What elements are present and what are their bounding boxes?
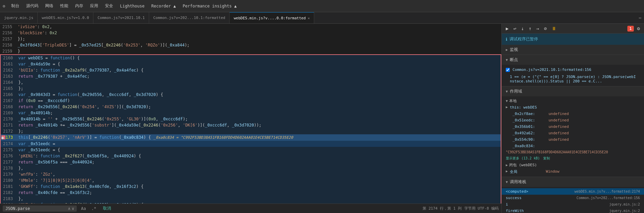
var-name: _0x554c90: <box>513 137 547 142</box>
call-stack-body: <computed> webDES.min.js?v...formatted:2… <box>502 187 644 213</box>
line-content: return _0x5b6f5a === _0x440924; <box>17 159 501 165</box>
line-content: 'pKENi': function _0x2f627(_0x5b6f5a, _0… <box>17 153 501 159</box>
call-stack-computed[interactable]: <computed> webDES.min.js?v...formatted:2… <box>502 188 644 195</box>
line-number: 2166 <box>1 92 17 98</box>
debug-toolbar: ▶ ↩ ↓ ↑ → ⊘ ⏸ 1 ⚙ <box>502 24 644 34</box>
breakpoints-section-header[interactable]: ▼ 断点 <box>502 55 644 65</box>
line-number: 2171 <box>1 122 17 128</box>
tab-jquery[interactable]: jquery.min.js <box>0 12 38 23</box>
code-line-2178: 2178 }, <box>1 165 501 171</box>
line-content: }; <box>17 128 501 134</box>
tab-label: jquery.min.js <box>4 16 33 20</box>
watch-section-header[interactable]: ▶ 监视 <box>502 45 644 55</box>
nav-performance-insights[interactable]: Performance insights ▲ <box>179 2 240 10</box>
tab-action-icon[interactable]: ⋯ <box>639 16 641 20</box>
tab-label: webDES.min.js?v=1.0.0 <box>42 16 89 20</box>
nav-recorder[interactable]: Recorder ▲ <box>148 2 179 10</box>
scope-section: ▼ 作用域 ▼ 本地 ▶ this: webDES _0x2cf8 <box>502 86 644 177</box>
code-line-2177: 2177 return _0x5b6f5a === _0x440924; <box>1 159 501 165</box>
encoding-info: 字节用 UTF-8 编码 <box>464 206 499 211</box>
step-over-button[interactable]: ↩ <box>512 25 517 32</box>
line-number: 2155 <box>0 24 16 30</box>
tab-webdes[interactable]: webDES.min.js?v=1.0.0 <box>38 12 93 23</box>
code-line-2161: 2161 var _0x4da59e = { <box>1 61 501 67</box>
chevron-right-icon: ▶ <box>506 163 508 167</box>
tab-close-icon[interactable]: ✕ <box>308 16 310 20</box>
var-a0c834: _0xa0c834: "C992F53BD38A51FB168FDD4D602A… <box>502 143 644 162</box>
code-line-2162: 2162 'bUIIa': function _0x2a2af9(_0x7793… <box>1 67 501 73</box>
line-content: var _0x9843d3 = function(_0x29d556, _0xc… <box>17 92 501 98</box>
pause-button[interactable]: ⏸ <box>550 25 558 32</box>
line-content: }, <box>17 165 501 171</box>
expand-icon[interactable]: ▶ <box>506 169 508 173</box>
match-up-icon[interactable]: ∧ <box>68 206 70 211</box>
breakpoints-section: ▼ 断点 Common.js?v=2021.10.1:formatted:156… <box>502 55 644 86</box>
code-editor[interactable]: 2155 'ivSize': 0x2, 2156 'blockSize': 0x… <box>0 24 501 204</box>
code-line-2179: 2179 'wnfPa': 'ZGz', <box>1 171 501 177</box>
code-line-2165: 2165 }; <box>1 85 501 92</box>
closure-scope-label: 闭包 (webDES) <box>509 162 537 168</box>
copy-button[interactable]: 复制 <box>543 156 550 161</box>
show-more-link[interactable]: 显示更多 (13.2 kB) <box>506 156 540 161</box>
breakpoint-checkbox[interactable] <box>506 68 510 72</box>
line-number: 2156 <box>0 30 16 36</box>
nav-devtools-icon: ⚙ <box>3 4 5 8</box>
line-number: 2184 <box>1 202 17 204</box>
match-case-button[interactable]: Aa <box>79 206 87 212</box>
call-stack-success[interactable]: success Common.js?v=202...formatted:156 <box>502 195 644 201</box>
settings-icon[interactable]: ⚙ <box>636 25 641 32</box>
closure-scope-header[interactable]: ▶ 闭包 (webDES) <box>502 162 644 168</box>
code-line-2171: 2171 return _0x48914b += _0x29d556['subs… <box>1 122 501 128</box>
code-line-2182: 2182 return _0x40cfde == _0x16f3c2; <box>1 190 501 196</box>
var-356b01: _0x356b01: undefined <box>502 123 644 130</box>
nav-security[interactable]: 安全 <box>102 2 117 10</box>
nav-lighthouse[interactable]: Lighthouse <box>117 2 148 10</box>
var-name: _0x2cf8ae: <box>513 112 547 116</box>
line-content: }); <box>16 36 501 42</box>
scope-section-header[interactable]: ▼ 作用域 <box>502 86 644 96</box>
line-info: 第 2174 行，第 1 列 <box>423 206 462 211</box>
cancel-search-button[interactable]: 取消 <box>100 205 114 212</box>
nav-console[interactable]: 制台 <box>8 2 23 10</box>
tab-webdes-formatted[interactable]: webDES.min.js?v....0.0:formatted ✕ <box>230 12 314 23</box>
step-button[interactable]: → <box>535 25 540 32</box>
line-number: 2165 <box>1 85 17 92</box>
local-scope-header[interactable]: ▼ 本地 <box>502 98 644 104</box>
info-icon: ℹ <box>506 37 507 42</box>
var-value: undefined <box>549 124 569 129</box>
nav-performance[interactable]: 性能 <box>57 2 72 10</box>
step-into-button[interactable]: ↓ <box>520 25 525 32</box>
deactivate-button[interactable]: ⊘ <box>542 25 548 32</box>
code-line-2156: 2156 'blockSize': 0x2 <box>0 30 501 36</box>
line-number: 2182 <box>1 190 17 196</box>
nav-application[interactable]: 应用 <box>87 2 102 10</box>
tab-common-formatted[interactable]: Common.js?v=202...10.1:formatted <box>149 12 230 23</box>
tab-actions: ⋯ <box>636 16 644 20</box>
nav-sources[interactable]: 源代码 <box>23 2 42 10</box>
tab-common[interactable]: Common.js?v=2021.10.1 <box>93 12 149 23</box>
local-scope-label: 本地 <box>509 98 517 103</box>
line-content: 'GKWFf': function _0x1a4e13(_0x40cfde, _… <box>17 183 501 190</box>
var-value: undefined <box>549 137 569 142</box>
resume-button[interactable]: ▶ <box>504 25 510 32</box>
call-stack-firewith[interactable]: fireWith jquery.min.js:2 <box>502 208 644 213</box>
breakpoints-label: 断点 <box>510 57 518 63</box>
nav-network[interactable]: 网络 <box>42 2 57 10</box>
match-down-icon[interactable]: ∨ <box>72 206 74 211</box>
global-scope-value: Window <box>546 169 559 174</box>
step-out-button[interactable]: ↑ <box>527 25 533 32</box>
call-stack-file: jquery.min.js:2 <box>609 202 640 206</box>
call-stack-file: Common.js?v=202...formatted:156 <box>576 196 640 200</box>
call-stack-i[interactable]: i jquery.min.js:2 <box>502 201 644 208</box>
call-stack-section-header[interactable]: ▼ 调用堆栈 <box>502 177 644 187</box>
call-stack-label: 调用堆栈 <box>510 179 526 185</box>
nav-memory[interactable]: 内存 <box>72 2 87 10</box>
line-number: 2172 <box>1 128 17 134</box>
watch-label: 监视 <box>510 47 518 53</box>
line-number: 2158 <box>0 42 16 48</box>
regex-button[interactable]: .* <box>90 206 97 212</box>
code-line-2170: 2170 _0x48914b = '' + _0x29d556[_0x2246(… <box>1 116 501 122</box>
line-content: 'bUIIa': function _0x2a2af9(_0x779387, _… <box>17 67 501 73</box>
expand-icon[interactable]: ▶ <box>506 105 508 109</box>
search-input[interactable] <box>5 206 67 211</box>
